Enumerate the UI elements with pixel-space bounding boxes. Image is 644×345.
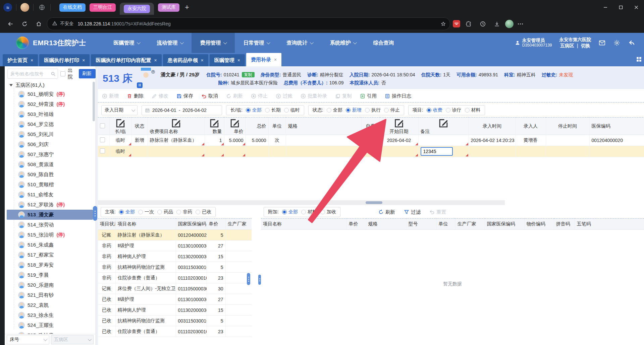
ward-group-node[interactable]: 五病区(61人) (5, 81, 96, 89)
radio-option[interactable]: 诊疗 (446, 107, 462, 113)
fee-row[interactable]: 临时 (98, 146, 644, 157)
patient-item[interactable]: 505_刘礼川 (7, 129, 93, 139)
radio-option[interactable]: 全部 (282, 209, 298, 215)
browser-tab-pill[interactable]: 永安六院 (124, 5, 150, 13)
radio-option[interactable]: 新增 (346, 107, 362, 113)
browser-logo-icon[interactable]: ≈ (3, 3, 12, 12)
close-tab-icon[interactable]: × (154, 58, 157, 63)
patient-item[interactable]: 518_罗寿安 (7, 260, 93, 270)
selfpay-checkbox[interactable] (368, 138, 373, 142)
refresh-patients-button[interactable]: 刷新 (79, 69, 96, 78)
remark-input[interactable] (421, 147, 453, 156)
radio-option[interactable]: 停止 (384, 107, 400, 113)
patient-item[interactable]: 510_黄顺楷 (7, 180, 93, 190)
exit-back-icon[interactable] (628, 39, 635, 47)
radio-option[interactable]: 全部 (119, 209, 135, 215)
close-tab-icon[interactable]: × (201, 58, 204, 63)
toolbar-button-4[interactable]: 取消 (201, 93, 218, 99)
horizontal-scrollbar[interactable] (98, 200, 505, 205)
close-button[interactable] (629, 0, 644, 15)
item-row[interactable]: 已收精神病人护理01130200003015 (98, 305, 252, 316)
security-label[interactable]: 不安全 (60, 21, 74, 27)
reload-icon[interactable] (19, 18, 30, 29)
nav-menu-4[interactable]: 查询统计 (278, 33, 321, 53)
patient-item[interactable]: 515_张治明(停) (7, 230, 93, 240)
patient-item[interactable]: 521_田有钞 (7, 290, 93, 300)
workspace-tab-4[interactable]: 医嘱管理× (210, 54, 245, 66)
browser-profile-avatar[interactable] (505, 20, 514, 28)
close-tab-icon[interactable]: × (82, 58, 85, 63)
user-block[interactable]: 永安管理员 D350403007139 (515, 38, 552, 48)
history-icon[interactable] (477, 18, 488, 29)
patient-item[interactable]: 506_刘庆 (7, 139, 93, 149)
new-tab-button[interactable]: + (185, 3, 189, 12)
search-input[interactable] (10, 71, 49, 77)
item-row[interactable]: 已收Ⅱ级护理01130100003027 (98, 294, 252, 305)
tree-collapse-icon[interactable] (9, 84, 13, 86)
home-icon[interactable] (33, 18, 44, 29)
globe-icon[interactable] (38, 3, 46, 12)
mail-icon[interactable] (598, 39, 606, 47)
nav-menu-0[interactable]: 医嘱管理 (105, 33, 148, 53)
copy-button[interactable]: 复制 (242, 72, 255, 77)
patient-item[interactable]: 512_罗联洛(停) (7, 200, 93, 210)
item-row[interactable]: 已收住院诊查费（普通）01110203001023 (98, 326, 252, 337)
radio-option[interactable]: 药品 (157, 209, 173, 215)
back-icon[interactable] (5, 18, 16, 29)
downloads-icon[interactable] (491, 18, 502, 29)
date-range-input[interactable]: 2026-04-01 - 2026-04-02 (142, 105, 222, 115)
ward-select[interactable]: 五病区 (51, 335, 94, 344)
radio-option[interactable]: 一次 (138, 209, 154, 215)
patient-item[interactable]: 522_袁凯 (7, 300, 93, 310)
discharge-checkbox[interactable] (60, 71, 65, 76)
radio-option[interactable]: 全部 (327, 107, 342, 113)
browser-tab-pill[interactable]: 在线文档 (59, 3, 86, 12)
radio-option[interactable]: 材料 (465, 107, 481, 113)
browser-menu-icon[interactable] (516, 23, 524, 24)
patient-item[interactable]: 520_乐遊南 (7, 280, 93, 290)
maximize-button[interactable] (613, 0, 629, 15)
gear-icon[interactable] (613, 39, 621, 47)
workspace-tab-1[interactable]: 医嘱执行单打印× (39, 54, 90, 66)
patient-item[interactable]: 509_陈自胜 (7, 169, 93, 180)
radio-option[interactable]: 长期 (265, 107, 281, 113)
sidebar-splitter-handle[interactable] (93, 206, 97, 221)
patient-item[interactable]: 504_罗立德 (7, 119, 93, 129)
item-row[interactable]: 已收抗精神病药物治疗监测0031150300105 (98, 316, 252, 326)
toolbar-button-1[interactable]: 删除 (127, 93, 144, 99)
addon-button-1[interactable]: 过滤 (404, 209, 421, 215)
header-checkbox[interactable] (100, 123, 105, 128)
toolbar-button-11[interactable]: 操作日志 (385, 93, 411, 99)
bookmark-star-icon[interactable] (438, 19, 448, 28)
item-row[interactable]: 非药Ⅱ级护理01130100003027 (98, 240, 252, 251)
search-icon[interactable] (51, 71, 56, 76)
nav-menu-6[interactable]: 综合查询 (365, 33, 403, 53)
patient-item[interactable]: 511_俞维友 (7, 190, 93, 200)
hscroll-thumb[interactable] (366, 201, 382, 204)
item-row[interactable]: 记账静脉注射（静脉采血）0012040000205 (98, 230, 252, 240)
url-field[interactable]: 不安全 10.128.226.114:19001/?s=XF#/AddFeesR… (47, 17, 450, 30)
patient-item[interactable]: 516_朱成鑫 (7, 240, 93, 250)
radio-option[interactable]: 全部 (246, 107, 262, 113)
row-checkbox[interactable] (100, 148, 105, 153)
patient-item[interactable]: 508_黄祟道 (7, 159, 93, 169)
radio-option[interactable]: 收费 (427, 107, 442, 113)
extension-icon-red[interactable] (453, 20, 460, 27)
minimize-button[interactable] (598, 0, 613, 15)
item-row[interactable]: 非药抗精神病药物治疗监测0031150300105 (98, 262, 252, 273)
patient-item[interactable]: 514_张劳动 (7, 220, 93, 230)
switch-ward-button[interactable]: 切换 (581, 43, 590, 49)
bed-sort-select[interactable]: 床号 (7, 335, 49, 344)
patient-item[interactable]: 524_王耀生 (7, 320, 93, 330)
patient-item[interactable]: 519_李晨 (7, 270, 93, 280)
close-tab-icon[interactable]: × (31, 58, 33, 63)
radio-option[interactable]: 执行 (365, 107, 381, 113)
workspace-tab-0[interactable]: 护士首页× (3, 54, 38, 66)
fee-row[interactable]: 临时新增静脉注射（静脉采血）15.00005.0000次2026-04-0220… (98, 135, 644, 146)
item-row[interactable]: 非药住院诊查费（普通）01110203001023 (98, 273, 252, 283)
nav-menu-5[interactable]: 系统维护 (321, 33, 365, 53)
patient-item[interactable]: 513_潘文豪 (7, 210, 93, 220)
extensions-puzzle-icon[interactable] (463, 18, 474, 29)
workspace-tab-2[interactable]: 医嘱执行单打印内容配置× (91, 54, 161, 66)
toolbar-button-10[interactable]: 引用 (360, 93, 377, 99)
